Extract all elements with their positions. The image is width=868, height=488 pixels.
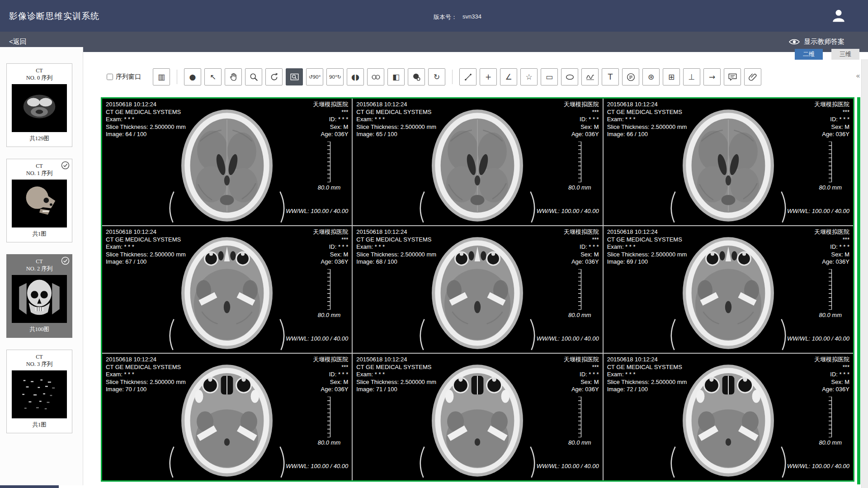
scale-ruler-icon [325,397,331,437]
point-annotation-tool-icon: ⊛ [648,73,654,81]
length-tool[interactable] [459,68,476,85]
cell-sex: Sex: M [814,379,849,386]
cell-exam: Exam: * * * [607,371,687,379]
cell-patient-id: ID: * * * [564,116,599,123]
cell-exam: Exam: * * * [356,243,436,251]
viewer-cell[interactable]: 20150618 10:12:24 CT GE MEDICAL SYSTEMS … [604,226,853,353]
cell-patient-id: ID: * * * [564,371,599,379]
zoom-tool[interactable] [245,68,262,85]
cell-age: Age: 036Y [814,131,849,138]
star-tool[interactable]: ☆ [520,68,538,85]
curve-tool-icon [585,72,595,82]
series-modality: CT [9,67,69,74]
cell-overlay-right: 天堰模拟医院 *** ID: * * * Sex: M Age: 036Y [564,228,599,266]
rectangle-tool[interactable]: ▭ [541,68,558,85]
viewer-cell[interactable]: 20150618 10:12:24 CT GE MEDICAL SYSTEMS … [604,99,853,225]
window-level-label: WW/WL: 100.00 / 40.00 [537,463,599,470]
series-card[interactable]: CT NO. 0 序列 共129图 [6,63,72,147]
sync-tool[interactable] [367,68,384,85]
series-card[interactable]: CT NO. 3 序列 共1图 [6,350,72,433]
viewer-cell[interactable]: 20150618 10:12:24 CT GE MEDICAL SYSTEMS … [353,99,602,225]
series-name: NO. 3 序列 [9,360,69,368]
select-tool[interactable]: ↖ [204,68,222,85]
viewer-cell[interactable]: 20150618 10:12:24 CT GE MEDICAL SYSTEMS … [102,99,352,225]
invert-tool[interactable]: ◧ [387,68,405,85]
viewer-cell[interactable]: 20150618 10:12:24 CT GE MEDICAL SYSTEMS … [604,354,853,480]
cell-scanner: CT GE MEDICAL SYSTEMS [356,236,436,244]
cell-exam: Exam: * * * [356,371,436,379]
layout-tool-icon: ▥ [158,73,165,81]
curve-tool[interactable] [581,68,599,85]
cross-tool[interactable]: + [480,68,497,85]
cell-datetime: 20150618 10:12:24 [607,228,687,236]
cell-overlay-right: 天堰模拟医院 *** ID: * * * Sex: M Age: 036Y [564,356,599,393]
viewer-cell[interactable]: 20150618 10:12:24 CT GE MEDICAL SYSTEMS … [353,226,602,353]
viewer-cell[interactable]: 20150618 10:12:24 CT GE MEDICAL SYSTEMS … [102,354,352,480]
point-annotation-tool[interactable]: ⊛ [642,68,660,85]
cell-datetime: 20150618 10:12:24 [356,356,436,364]
list-annotation-tool[interactable] [622,68,639,85]
reset-tool[interactable]: ↻ [428,68,445,85]
cell-image-index: Image: 70 / 100 [106,386,186,393]
series-name: NO. 2 序列 [9,265,69,273]
zoom-tool-icon [249,72,259,82]
angle-tool[interactable]: ∠ [500,68,517,85]
text-tool[interactable]: T [602,68,619,85]
mask-tool[interactable]: ● [184,68,201,85]
cell-hospital: 天堰模拟医院 [564,356,599,364]
window-level-label: WW/WL: 100.00 / 40.00 [787,208,849,215]
reset-tool-icon: ↻ [434,73,440,81]
viewer-scrollbar[interactable] [857,97,860,484]
rotate-right-90-tool[interactable]: 90°↻ [326,68,344,85]
series-modality: CT [9,354,69,360]
cell-age: Age: 036Y [313,131,348,138]
flip-horizontal-tool[interactable]: ◖◗ [347,68,364,85]
scale-ruler-icon [325,269,331,310]
rotate-tool[interactable] [265,68,283,85]
layout-tool[interactable]: ▥ [153,68,170,85]
series-sidebar: CT NO. 0 序列 共129图 CT NO. 1 序列 共1图 CT NO.… [0,47,83,485]
viewer-cell[interactable]: 20150618 10:12:24 CT GE MEDICAL SYSTEMS … [102,226,352,353]
perpendicular-tool[interactable]: ⊥ [683,68,700,85]
pan-tool[interactable] [225,68,242,85]
cell-sex: Sex: M [564,251,599,259]
grid-tool[interactable]: ⊞ [663,68,680,85]
mask-tool-icon: ● [189,73,196,81]
cell-patient-id: ID: * * * [313,371,348,379]
comment-tool[interactable] [724,68,741,85]
scale-ruler-icon [576,269,582,310]
cell-slice-thickness: Slice Thickness: 2.500000 mm [607,379,687,386]
user-avatar-button[interactable] [830,7,847,24]
region-zoom-tool[interactable] [286,68,303,85]
series-card[interactable]: CT NO. 1 序列 共1图 [6,159,72,242]
cell-masked-name: *** [814,364,849,371]
window-level-tool[interactable] [408,68,425,85]
tab-2d[interactable]: 二维 [795,49,823,60]
back-button[interactable]: <返回 [9,38,27,46]
arrow-tool[interactable]: → [703,68,721,85]
attachment-tool[interactable] [744,68,761,85]
ellipse-tool[interactable] [561,68,578,85]
cell-age: Age: 036Y [814,258,849,266]
cell-overlay-left: 20150618 10:12:24 CT GE MEDICAL SYSTEMS … [356,101,436,138]
dimension-tabs: 二维 三维 [795,49,859,60]
tool-groups: ▥●↖↺90°90°↻◖◗◧↻+∠☆▭T⊛⊞⊥→ [153,68,761,85]
page-scrollbar[interactable] [861,59,868,488]
rotate-left-90-tool[interactable]: ↺90° [306,68,323,85]
perpendicular-tool-icon: ⊥ [689,73,695,81]
tab-3d[interactable]: 三维 [831,49,859,60]
series-window-checkbox[interactable] [107,74,113,80]
cell-slice-thickness: Slice Thickness: 2.500000 mm [607,251,687,259]
length-tool-icon [463,72,473,82]
series-card[interactable]: CT NO. 2 序列 共100图 [6,254,72,338]
collapse-toolbar-icon[interactable]: « [856,71,860,80]
viewer-cell[interactable]: 20150618 10:12:24 CT GE MEDICAL SYSTEMS … [353,354,602,480]
cell-sex: Sex: M [313,379,348,386]
cell-exam: Exam: * * * [106,371,186,379]
cell-sex: Sex: M [313,251,348,259]
show-teacher-answer-button[interactable]: 显示教师答案 [786,37,847,47]
list-annotation-tool-icon [626,72,636,82]
cell-masked-name: *** [564,109,599,116]
cell-hospital: 天堰模拟医院 [564,101,599,109]
cell-masked-name: *** [564,236,599,244]
